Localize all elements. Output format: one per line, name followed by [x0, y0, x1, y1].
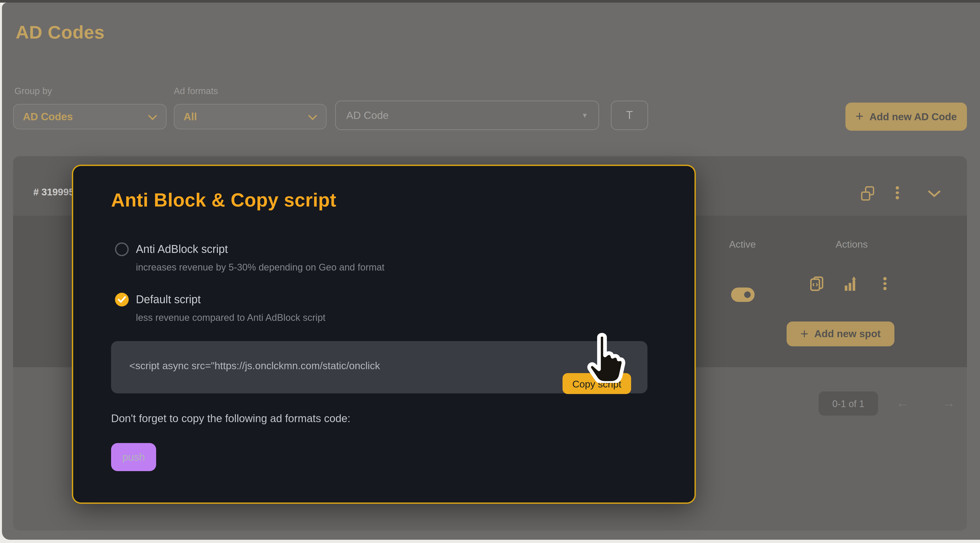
ad-code-placeholder: AD Code — [346, 110, 581, 121]
pagination-range: 0-1 of 1 — [819, 392, 878, 416]
modal-title: Anti Block & Copy script — [111, 189, 336, 211]
ad-formats-value: All — [184, 111, 309, 123]
ad-formats-label: Ad formats — [174, 86, 218, 96]
actions-column-header: Actions — [835, 239, 868, 250]
plus-icon: + — [856, 109, 864, 123]
chevron-down-icon — [148, 111, 157, 123]
copy-icon[interactable] — [861, 186, 874, 201]
add-new-ad-code-label: Add new AD Code — [869, 111, 957, 123]
ad-formats-select[interactable]: All — [174, 104, 327, 129]
kebab-menu-icon[interactable] — [883, 277, 886, 290]
anti-adblock-radio[interactable] — [115, 242, 129, 256]
get-code-icon[interactable] — [810, 276, 824, 294]
default-script-radio[interactable] — [115, 293, 129, 306]
pagination-prev-icon[interactable]: ← — [896, 396, 909, 410]
statistics-icon[interactable] — [844, 276, 858, 294]
chevron-down-icon[interactable] — [928, 188, 941, 200]
default-script-description: less revenue compared to Anti AdBlock sc… — [136, 312, 325, 323]
window-top-edge — [0, 0, 980, 3]
group-by-label: Group by — [14, 86, 52, 96]
text-filter-button[interactable]: T — [611, 100, 648, 130]
anti-block-copy-script-modal — [72, 165, 696, 504]
active-toggle[interactable] — [731, 288, 755, 302]
copy-script-tooltip: Copy script — [563, 373, 631, 394]
push-format-tag[interactable]: push — [111, 443, 156, 471]
page-title: AD Codes — [16, 22, 105, 43]
kebab-menu-icon[interactable] — [896, 186, 899, 199]
chevron-down-icon — [309, 111, 317, 123]
active-column-header: Active — [729, 239, 756, 250]
anti-adblock-label[interactable]: Anti AdBlock script — [136, 243, 228, 256]
anti-adblock-description: increases revenue by 5-30% depending on … — [136, 262, 384, 272]
add-new-ad-code-button[interactable]: + Add new AD Code — [845, 103, 967, 131]
check-icon — [118, 294, 126, 306]
add-new-spot-button[interactable]: + Add new spot — [787, 322, 894, 346]
group-by-select[interactable]: AD Codes — [13, 104, 167, 129]
ad-code-search-select[interactable]: AD Code ▼ — [335, 100, 599, 130]
script-snippet-text: <script async src="https://js.onclckmn.c… — [129, 360, 587, 372]
add-new-spot-label: Add new spot — [814, 328, 881, 340]
group-by-value: AD Codes — [23, 111, 148, 123]
default-script-label[interactable]: Default script — [136, 293, 201, 306]
pagination-next-icon[interactable]: → — [943, 396, 955, 410]
footer-note: Don't forget to copy the following ad fo… — [111, 412, 350, 425]
ad-code-row-id: # 319995 — [33, 186, 74, 197]
dropdown-triangle-icon: ▼ — [581, 112, 588, 119]
plus-icon: + — [800, 326, 808, 340]
